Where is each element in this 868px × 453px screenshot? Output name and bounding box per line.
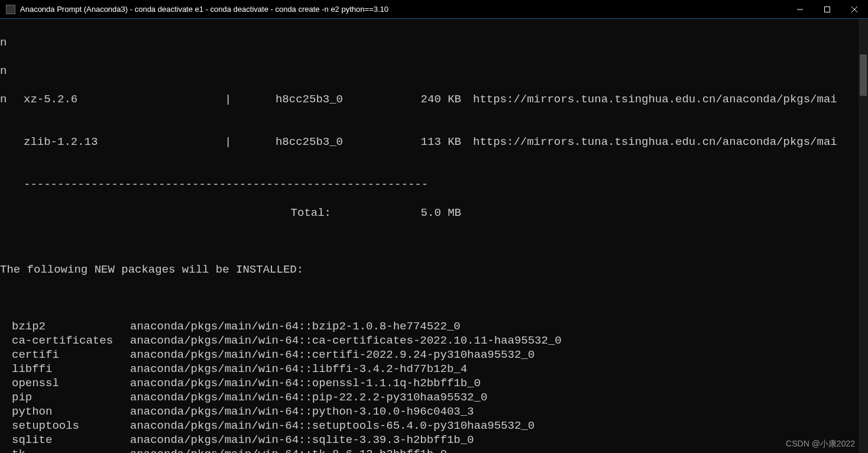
install-pkg-spec: anaconda/pkgs/main/win-64::tk-8.6.12-h2b… xyxy=(130,447,447,453)
wrap-char: n xyxy=(0,35,7,50)
pkg-name: zlib-1.2.13 xyxy=(0,135,225,149)
install-row: bzip2anaconda/pkgs/main/win-64::bzip2-1.… xyxy=(0,319,868,334)
svg-rect-1 xyxy=(825,7,830,12)
pkg-build: h8cc25b3_0 xyxy=(237,92,367,106)
install-pkg-spec: anaconda/pkgs/main/win-64::openssl-1.1.1… xyxy=(130,376,481,390)
section-heading: The following NEW packages will be INSTA… xyxy=(0,263,868,277)
pkg-url: https://mirrors.tuna.tsinghua.edu.cn/ana… xyxy=(461,135,837,149)
window-controls xyxy=(786,0,868,18)
install-row: tkanaconda/pkgs/main/win-64::tk-8.6.12-h… xyxy=(0,447,868,453)
install-pkg-spec: anaconda/pkgs/main/win-64::sqlite-3.39.3… xyxy=(130,433,474,447)
install-pkg-spec: anaconda/pkgs/main/win-64::ca-certificat… xyxy=(130,334,562,348)
install-row: setuptoolsanaconda/pkgs/main/win-64::set… xyxy=(0,419,868,433)
col-sep: | xyxy=(225,92,237,106)
close-button[interactable] xyxy=(841,0,868,18)
total-label: Total: xyxy=(0,206,331,220)
install-row: ca-certificatesanaconda/pkgs/main/win-64… xyxy=(0,334,868,348)
download-row: zlib-1.2.13|h8cc25b3_0113 KBhttps://mirr… xyxy=(0,135,868,149)
install-pkg-name: openssl xyxy=(12,376,130,390)
install-pkg-spec: anaconda/pkgs/main/win-64::python-3.10.0… xyxy=(130,405,474,419)
install-pkg-spec: anaconda/pkgs/main/win-64::certifi-2022.… xyxy=(130,348,535,362)
minimize-button[interactable] xyxy=(786,0,814,18)
maximize-button[interactable] xyxy=(814,0,841,18)
install-row: pipanaconda/pkgs/main/win-64::pip-22.2.2… xyxy=(0,390,868,405)
pkg-build: h8cc25b3_0 xyxy=(237,135,367,149)
install-pkg-name: ca-certificates xyxy=(12,334,130,348)
scrollbar-thumb[interactable] xyxy=(860,54,867,96)
install-pkg-name: bzip2 xyxy=(12,319,130,334)
pkg-name: xz-5.2.6 xyxy=(0,92,225,106)
pkg-url: https://mirrors.tuna.tsinghua.edu.cn/ana… xyxy=(461,92,837,106)
install-row: certifianaconda/pkgs/main/win-64::certif… xyxy=(0,348,868,362)
col-sep: | xyxy=(225,135,237,149)
install-pkg-name: sqlite xyxy=(12,433,130,447)
terminal-output[interactable]: n xz-5.2.6|h8cc25b3_0240 KBhttps://mirro… xyxy=(0,19,868,453)
total-row: Total:5.0 MB xyxy=(0,206,868,220)
window-titlebar[interactable]: Anaconda Prompt (Anaconda3) - conda deac… xyxy=(0,0,868,19)
pkg-size: 113 KB xyxy=(367,135,461,149)
install-row: sqliteanaconda/pkgs/main/win-64::sqlite-… xyxy=(0,433,868,447)
separator-line: ----------------------------------------… xyxy=(0,177,868,192)
install-pkg-name: setuptools xyxy=(12,419,130,433)
install-pkg-name: certifi xyxy=(12,348,130,362)
install-pkg-name: pip xyxy=(12,390,130,405)
install-row: libffianaconda/pkgs/main/win-64::libffi-… xyxy=(0,362,868,376)
install-pkg-spec: anaconda/pkgs/main/win-64::bzip2-1.0.8-h… xyxy=(130,319,461,334)
install-pkg-spec: anaconda/pkgs/main/win-64::pip-22.2.2-py… xyxy=(130,390,487,405)
install-row: pythonanaconda/pkgs/main/win-64::python-… xyxy=(0,405,868,419)
pkg-size: 240 KB xyxy=(367,92,461,106)
scrollbar-vertical[interactable] xyxy=(859,19,868,453)
wrap-char: n xyxy=(0,92,7,106)
download-row: xz-5.2.6|h8cc25b3_0240 KBhttps://mirrors… xyxy=(0,92,868,106)
window-title: Anaconda Prompt (Anaconda3) - conda deac… xyxy=(20,5,786,14)
app-icon xyxy=(6,5,15,14)
wrap-char: n xyxy=(0,64,7,78)
install-pkg-name: tk xyxy=(12,447,130,453)
install-pkg-spec: anaconda/pkgs/main/win-64::libffi-3.4.2-… xyxy=(130,362,467,376)
watermark: CSDN @小康2022 xyxy=(786,439,855,449)
install-pkg-name: libffi xyxy=(12,362,130,376)
install-pkg-spec: anaconda/pkgs/main/win-64::setuptools-65… xyxy=(130,419,535,433)
total-size: 5.0 MB xyxy=(331,206,461,220)
install-pkg-name: python xyxy=(12,405,130,419)
install-row: opensslanaconda/pkgs/main/win-64::openss… xyxy=(0,376,868,390)
